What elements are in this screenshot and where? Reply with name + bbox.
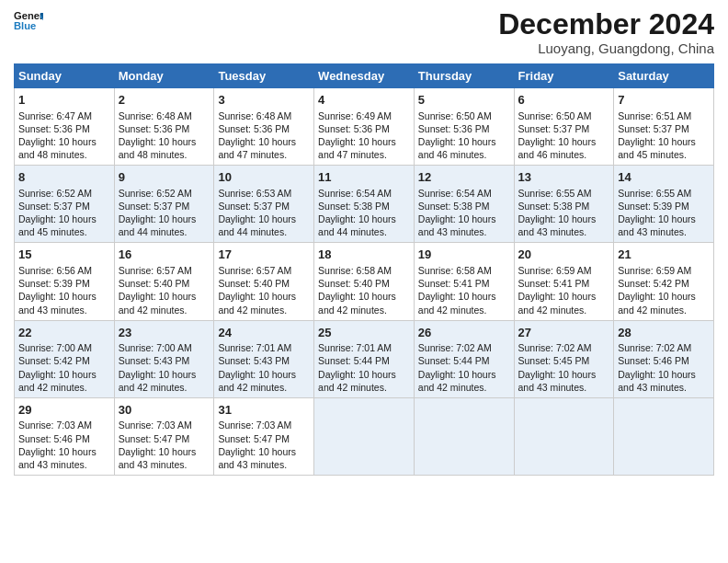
calendar-cell: 12Sunrise: 6:54 AMSunset: 5:38 PMDayligh…	[414, 166, 514, 243]
calendar-week-2: 8Sunrise: 6:52 AMSunset: 5:37 PMDaylight…	[15, 166, 714, 243]
main-container: General Blue December 2024 Luoyang, Guan…	[0, 0, 728, 563]
calendar-cell: 15Sunrise: 6:56 AMSunset: 5:39 PMDayligh…	[15, 243, 115, 320]
day-number: 19	[418, 247, 510, 263]
day-number: 23	[119, 325, 210, 341]
col-thursday: Thursday	[414, 64, 514, 88]
calendar-cell: 17Sunrise: 6:57 AMSunset: 5:40 PMDayligh…	[214, 243, 314, 320]
calendar-week-1: 1Sunrise: 6:47 AMSunset: 5:36 PMDaylight…	[15, 88, 714, 166]
day-number: 7	[618, 92, 710, 109]
day-number: 26	[418, 325, 510, 341]
location: Luoyang, Guangdong, China	[498, 40, 714, 56]
header-row: Sunday Monday Tuesday Wednesday Thursday…	[15, 64, 714, 88]
day-number: 6	[518, 92, 610, 109]
svg-text:General: General	[14, 10, 43, 21]
calendar-cell: 24Sunrise: 7:01 AMSunset: 5:43 PMDayligh…	[214, 320, 314, 397]
header: General Blue December 2024 Luoyang, Guan…	[14, 9, 714, 56]
day-number: 15	[18, 247, 110, 263]
col-monday: Monday	[114, 64, 214, 88]
day-number: 12	[418, 169, 510, 186]
day-number: 29	[18, 402, 110, 419]
calendar-cell: 23Sunrise: 7:00 AMSunset: 5:43 PMDayligh…	[114, 320, 214, 397]
calendar-cell: 5Sunrise: 6:50 AMSunset: 5:36 PMDaylight…	[414, 88, 514, 166]
calendar-cell: 19Sunrise: 6:58 AMSunset: 5:41 PMDayligh…	[414, 243, 514, 320]
calendar-cell: 9Sunrise: 6:52 AMSunset: 5:37 PMDaylight…	[114, 166, 214, 243]
calendar-week-5: 29Sunrise: 7:03 AMSunset: 5:46 PMDayligh…	[15, 397, 714, 475]
calendar-cell	[314, 397, 415, 475]
calendar-cell: 6Sunrise: 6:50 AMSunset: 5:37 PMDaylight…	[514, 88, 614, 166]
calendar-cell: 13Sunrise: 6:55 AMSunset: 5:38 PMDayligh…	[514, 166, 614, 243]
calendar-cell: 22Sunrise: 7:00 AMSunset: 5:42 PMDayligh…	[15, 320, 115, 397]
calendar-cell: 8Sunrise: 6:52 AMSunset: 5:37 PMDaylight…	[15, 166, 115, 243]
day-number: 8	[18, 169, 110, 186]
day-number: 14	[618, 169, 710, 186]
day-number: 1	[18, 92, 110, 109]
day-number: 27	[518, 325, 610, 341]
day-number: 18	[318, 247, 410, 263]
month-title: December 2024	[498, 9, 714, 39]
day-number: 24	[218, 325, 310, 341]
calendar-cell: 16Sunrise: 6:57 AMSunset: 5:40 PMDayligh…	[114, 243, 214, 320]
calendar-cell: 28Sunrise: 7:02 AMSunset: 5:46 PMDayligh…	[614, 320, 714, 397]
logo: General Blue	[14, 9, 43, 35]
calendar-cell: 4Sunrise: 6:49 AMSunset: 5:36 PMDaylight…	[314, 88, 415, 166]
col-tuesday: Tuesday	[214, 64, 314, 88]
calendar-cell	[414, 397, 514, 475]
calendar-cell	[614, 397, 714, 475]
logo-icon: General Blue	[14, 9, 43, 35]
calendar-cell: 20Sunrise: 6:59 AMSunset: 5:41 PMDayligh…	[514, 243, 614, 320]
title-block: December 2024 Luoyang, Guangdong, China	[498, 9, 714, 56]
calendar-week-4: 22Sunrise: 7:00 AMSunset: 5:42 PMDayligh…	[15, 320, 714, 397]
calendar-cell: 27Sunrise: 7:02 AMSunset: 5:45 PMDayligh…	[514, 320, 614, 397]
calendar-cell: 31Sunrise: 7:03 AMSunset: 5:47 PMDayligh…	[214, 397, 314, 475]
day-number: 21	[618, 247, 710, 263]
calendar-cell: 10Sunrise: 6:53 AMSunset: 5:37 PMDayligh…	[214, 166, 314, 243]
day-number: 13	[518, 169, 610, 186]
calendar-cell: 14Sunrise: 6:55 AMSunset: 5:39 PMDayligh…	[614, 166, 714, 243]
day-number: 17	[218, 247, 310, 263]
day-number: 10	[218, 169, 310, 186]
col-saturday: Saturday	[614, 64, 714, 88]
calendar-cell: 3Sunrise: 6:48 AMSunset: 5:36 PMDaylight…	[214, 88, 314, 166]
calendar-cell: 26Sunrise: 7:02 AMSunset: 5:44 PMDayligh…	[414, 320, 514, 397]
day-number: 22	[18, 325, 110, 341]
day-number: 3	[218, 92, 310, 109]
day-number: 9	[119, 169, 210, 186]
calendar-cell: 11Sunrise: 6:54 AMSunset: 5:38 PMDayligh…	[314, 166, 415, 243]
calendar-week-3: 15Sunrise: 6:56 AMSunset: 5:39 PMDayligh…	[15, 243, 714, 320]
day-number: 5	[418, 92, 510, 109]
col-friday: Friday	[514, 64, 614, 88]
col-sunday: Sunday	[15, 64, 115, 88]
col-wednesday: Wednesday	[314, 64, 415, 88]
calendar-cell: 7Sunrise: 6:51 AMSunset: 5:37 PMDaylight…	[614, 88, 714, 166]
day-number: 16	[119, 247, 210, 263]
calendar-cell: 29Sunrise: 7:03 AMSunset: 5:46 PMDayligh…	[15, 397, 115, 475]
day-number: 2	[119, 92, 210, 109]
calendar-cell: 1Sunrise: 6:47 AMSunset: 5:36 PMDaylight…	[15, 88, 115, 166]
day-number: 20	[518, 247, 610, 263]
calendar-cell: 21Sunrise: 6:59 AMSunset: 5:42 PMDayligh…	[614, 243, 714, 320]
calendar-cell: 2Sunrise: 6:48 AMSunset: 5:36 PMDaylight…	[114, 88, 214, 166]
day-number: 4	[318, 92, 410, 109]
calendar-cell: 25Sunrise: 7:01 AMSunset: 5:44 PMDayligh…	[314, 320, 415, 397]
calendar-cell: 30Sunrise: 7:03 AMSunset: 5:47 PMDayligh…	[114, 397, 214, 475]
calendar-cell	[514, 397, 614, 475]
svg-text:Blue: Blue	[14, 20, 36, 31]
day-number: 25	[318, 325, 410, 341]
day-number: 11	[318, 169, 410, 186]
calendar-cell: 18Sunrise: 6:58 AMSunset: 5:40 PMDayligh…	[314, 243, 415, 320]
day-number: 30	[119, 402, 210, 419]
day-number: 28	[618, 325, 710, 341]
day-number: 31	[218, 402, 310, 419]
calendar-table: Sunday Monday Tuesday Wednesday Thursday…	[14, 63, 714, 476]
